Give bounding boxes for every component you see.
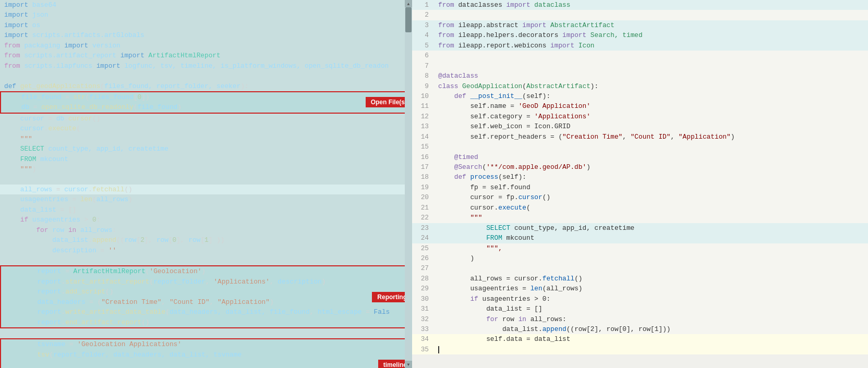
right-line-34: 34 self.data = data_list — [412, 334, 868, 344]
left-line-29: report.add_script() — [1, 287, 411, 297]
right-line-14: 14 self.report_headers = ("Creation Time… — [412, 132, 868, 142]
left-line-16: FROM mkcount — [0, 154, 412, 164]
right-line-3: 3 from ileapp.abstract import AbstractAr… — [412, 20, 868, 30]
timeline-section: tsvname = 'Geolocation Applications' tsv… — [0, 338, 412, 368]
line-number: 20 — [412, 192, 434, 202]
right-line-16: 16 @timed — [412, 152, 868, 162]
left-line-14: """ — [0, 134, 412, 144]
line-number: 35 — [412, 345, 434, 354]
reporting-section: report = ArtifactHtmlReport('Geolocation… — [0, 265, 412, 328]
left-line-5: from packaging import version — [0, 41, 412, 51]
line-number: 5 — [412, 41, 434, 51]
left-line-27: report = ArtifactHtmlReport('Geolocation… — [1, 266, 411, 276]
right-line-8: 8 @dataclass — [412, 71, 868, 81]
line-number: 6 — [412, 51, 434, 60]
left-line-17: """) — [0, 164, 412, 174]
left-line-21: data_list = [] — [0, 205, 412, 215]
right-line-12: 12 self.category = 'Applications' — [412, 112, 868, 121]
right-line-1: 1 from dataclasses import dataclass — [412, 0, 868, 10]
line-number: 7 — [412, 61, 434, 71]
scroll-thumb[interactable] — [405, 7, 412, 32]
line-number: 23 — [412, 223, 434, 233]
right-code-area: 1 from dataclasses import dataclass 2 3 … — [412, 0, 868, 368]
left-line-12: cursor = db.cursor() — [0, 114, 412, 124]
left-line-3: import os — [0, 20, 412, 30]
right-line-20: 20 cursor = fp.cursor() — [412, 192, 868, 202]
left-line-36 — [1, 360, 411, 368]
left-line-1: import base64 — [0, 0, 412, 10]
right-line-22: 22 """ — [412, 213, 868, 223]
left-line-18 — [0, 174, 412, 184]
line-number: 33 — [412, 324, 434, 334]
line-number: 14 — [412, 132, 434, 142]
line-number: 16 — [412, 152, 434, 162]
right-line-29: 29 usageentries = len(all_rows) — [412, 284, 868, 293]
right-line-17: 17 @Search('**/com.apple.geod/AP.db') — [412, 162, 868, 172]
right-line-27: 27 — [412, 263, 868, 273]
right-panel: 1 from dataclasses import dataclass 2 3 … — [412, 0, 868, 368]
right-line-23: 23 SELECT count_type, app_id, createtime — [412, 223, 868, 233]
line-number: 21 — [412, 203, 434, 213]
scroll-up-arrow[interactable]: ▲ — [405, 0, 412, 7]
left-line-11: db = open_sqlite_db_readonly(file_found) — [1, 102, 411, 112]
left-line-8 — [0, 71, 412, 81]
line-number: 26 — [412, 253, 434, 263]
line-number: 12 — [412, 112, 434, 121]
line-number: 8 — [412, 71, 434, 81]
left-line-19: all_rows = cursor.fetchall() — [0, 185, 412, 194]
line-number: 13 — [412, 121, 434, 131]
left-line-35: tsv(report_folder, data_headers, data_li… — [1, 350, 411, 360]
right-line-28: 28 all_rows = cursor.fetchall() — [412, 274, 868, 284]
line-number: 22 — [412, 213, 434, 223]
right-line-6: 6 — [412, 51, 868, 60]
line-number: 11 — [412, 101, 434, 111]
line-number: 30 — [412, 294, 434, 304]
line-number: 10 — [412, 91, 434, 101]
right-line-4: 4 from ileapp.helpers.decorators import … — [412, 30, 868, 40]
left-code-area: import base64 import json import os impo… — [0, 0, 412, 368]
left-scrollbar[interactable]: ▲ ▼ — [405, 0, 412, 368]
right-line-33: 33 data_list.append((row[2], row[0], row… — [412, 324, 868, 334]
line-number: 25 — [412, 243, 434, 253]
right-line-30: 30 if usageentries > 0: — [412, 294, 868, 304]
line-number: 27 — [412, 263, 434, 273]
left-line-7: from scripts.ilapfuncs import logfunc, t… — [0, 61, 412, 71]
line-number: 2 — [412, 10, 434, 20]
right-line-7: 7 — [412, 61, 868, 71]
right-line-25: 25 """, — [412, 243, 868, 253]
left-line-23: for row in all_rows: — [0, 225, 412, 235]
right-line-32: 32 for row in all_rows: — [412, 314, 868, 324]
line-number: 4 — [412, 30, 434, 40]
line-number: 32 — [412, 314, 434, 324]
left-line-20: usageentries = len(all_rows) — [0, 194, 412, 204]
line-number: 9 — [412, 81, 434, 91]
line-number: 1 — [412, 0, 434, 10]
left-line-4: import scripts.artifacts.artGlobals — [0, 30, 412, 40]
right-line-11: 11 self.name = 'GeoD Application' — [412, 101, 868, 111]
open-files-section: file_found = str(files_found[0]) db = op… — [0, 91, 412, 114]
left-line-6: from scripts.artifact_report import Arti… — [0, 51, 412, 60]
left-line-24: data_list.append((row[2], row[0], row[1]… — [0, 235, 412, 245]
right-line-10: 10 def __post_init__(self): — [412, 91, 868, 101]
left-line-33 — [0, 328, 412, 338]
right-line-26: 26 ) — [412, 253, 868, 263]
left-line-31: report.write_artifact_data_table(data_he… — [1, 307, 411, 317]
scroll-down-arrow[interactable]: ▼ — [405, 361, 412, 368]
left-line-34: tsvname = 'Geolocation Applications' — [1, 339, 411, 349]
left-panel: import base64 import json import os impo… — [0, 0, 412, 368]
line-number: 29 — [412, 284, 434, 293]
right-line-9: 9 class GeodApplication(AbstractArtifact… — [412, 81, 868, 91]
right-line-21: 21 cursor.execute( — [412, 203, 868, 213]
line-number: 24 — [412, 233, 434, 243]
left-line-13: cursor.execute( — [0, 124, 412, 133]
right-line-5: 5 from ileapp.report.webicons import Ico… — [412, 41, 868, 51]
line-number: 3 — [412, 20, 434, 30]
right-line-2: 2 — [412, 10, 868, 20]
right-line-13: 13 self.web_icon = Icon.GRID — [412, 121, 868, 131]
right-line-35: 35 — [412, 345, 868, 354]
left-line-30: data_headers = ("Creation Time", "Count … — [1, 297, 411, 307]
left-line-10: file_found = str(files_found[0]) — [1, 92, 411, 102]
line-number: 17 — [412, 162, 434, 172]
line-number: 15 — [412, 142, 434, 152]
left-line-25: description = '' — [0, 246, 412, 255]
